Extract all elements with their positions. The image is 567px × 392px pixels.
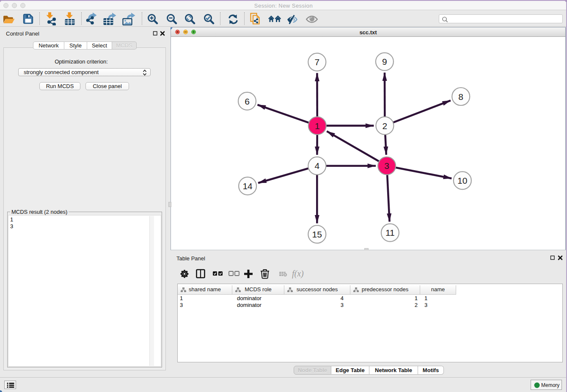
svg-text:11: 11: [385, 228, 395, 237]
svg-text:10: 10: [457, 176, 467, 185]
svg-text:14: 14: [242, 181, 253, 191]
svg-text:2: 2: [383, 121, 388, 131]
svg-text:8: 8: [458, 92, 463, 102]
svg-text:15: 15: [312, 229, 322, 239]
svg-text:7: 7: [314, 57, 319, 67]
svg-text:9: 9: [382, 57, 387, 66]
svg-text:1: 1: [315, 121, 320, 131]
svg-text:3: 3: [384, 161, 389, 171]
svg-text:4: 4: [314, 161, 319, 171]
svg-text:6: 6: [245, 97, 250, 106]
